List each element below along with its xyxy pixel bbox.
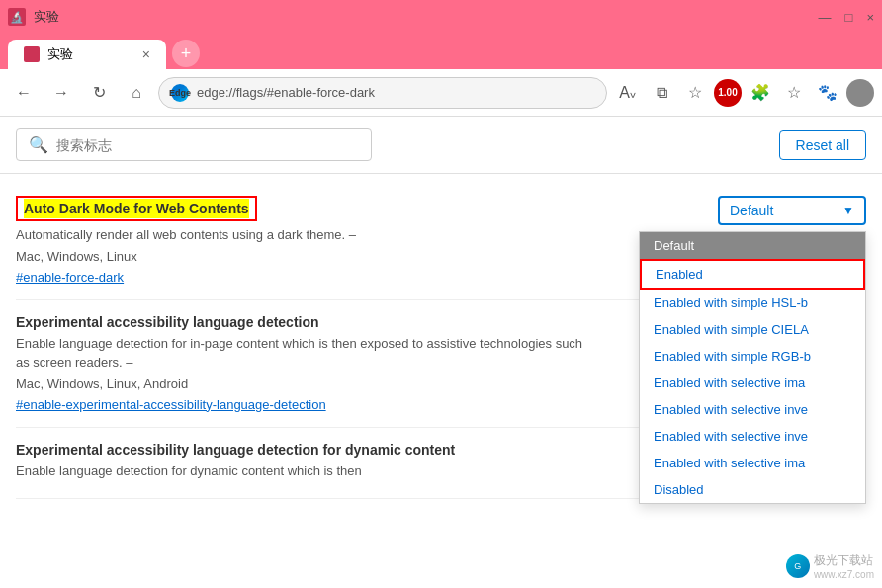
edge-label: Edge	[169, 88, 191, 98]
edge-logo-icon: Edge	[171, 84, 189, 102]
flag-control-auto-dark: Default ▼ Default Enabled Enabled with s…	[668, 196, 866, 225]
search-bar: 🔍 Reset all	[0, 117, 882, 174]
flag-title-dynamic-content: Experimental accessibility language dete…	[16, 442, 589, 458]
dropdown-option-disabled[interactable]: Disabled	[640, 476, 865, 503]
dropdown-option-enabled[interactable]: Enabled	[640, 259, 865, 290]
flag-desc-accessibility-lang: Enable language detection for in-page co…	[16, 334, 589, 373]
dropdown-menu: Default Enabled Enabled with simple HSL-…	[639, 231, 866, 504]
content-area: 🔍 Reset all Auto Dark Mode for Web Conte…	[0, 117, 882, 588]
favorites-button[interactable]: ☆	[680, 78, 710, 108]
dropdown-value: Default	[730, 203, 773, 218]
app-icon: 🔬	[8, 8, 26, 26]
flag-info-accessibility-lang: Experimental accessibility language dete…	[16, 314, 589, 413]
navbar: ← → ↻ ⌂ Edge edge://flags/#enable-force-…	[0, 69, 882, 117]
new-tab-button[interactable]: +	[172, 40, 200, 67]
active-tab[interactable]: 实验 ×	[8, 40, 166, 69]
refresh-button[interactable]: ↻	[83, 77, 115, 109]
reset-all-button[interactable]: Reset all	[779, 130, 866, 160]
dropdown-option-selective4[interactable]: Enabled with selective ima	[640, 450, 865, 476]
nav-right-icons: Aᵥ ⧉ ☆ 1.00 🧩 ☆ 🐾	[613, 78, 874, 108]
back-button[interactable]: ←	[8, 77, 40, 109]
maximize-btn[interactable]: □	[845, 10, 853, 25]
dropdown-option-rgb[interactable]: Enabled with simple RGB-b	[640, 343, 865, 370]
profile-avatar[interactable]	[846, 79, 874, 107]
flag-item-auto-dark: Auto Dark Mode for Web Contents Automati…	[16, 182, 866, 300]
flag-title-accessibility-lang: Experimental accessibility language dete…	[16, 314, 589, 330]
read-aloud-button[interactable]: Aᵥ	[613, 78, 643, 108]
search-input[interactable]	[56, 137, 359, 153]
dropdown-option-selective1[interactable]: Enabled with selective ima	[640, 370, 865, 396]
score-value: 1.00	[718, 87, 737, 98]
tab-label: 实验	[47, 45, 73, 63]
flag-title-border: Auto Dark Mode for Web Contents	[16, 196, 257, 221]
url-text: edge://flags/#enable-force-dark	[197, 85, 375, 100]
titlebar-title: 实验	[34, 8, 811, 26]
flag-link-accessibility-lang[interactable]: #enable-experimental-accessibility-langu…	[16, 397, 326, 412]
flag-desc-auto-dark: Automatically render all web contents us…	[16, 225, 589, 245]
collections-button[interactable]: 🐾	[813, 78, 842, 108]
tab-close-button[interactable]: ×	[142, 46, 150, 62]
tab-bar: 实验 × +	[0, 34, 882, 69]
dropdown-option-ciela[interactable]: Enabled with simple CIELA	[640, 316, 865, 343]
flag-info-dynamic-content: Experimental accessibility language dete…	[16, 442, 589, 485]
dropdown-option-default[interactable]: Default	[640, 232, 865, 259]
titlebar: 🔬 实验 — □ ×	[0, 0, 882, 34]
flag-platforms-accessibility-lang: Mac, Windows, Linux, Android	[16, 377, 589, 391]
flag-info-auto-dark: Auto Dark Mode for Web Contents Automati…	[16, 196, 589, 286]
chevron-down-icon: ▼	[842, 204, 854, 217]
dropdown-button-auto-dark[interactable]: Default ▼	[718, 196, 866, 225]
dropdown-option-selective3[interactable]: Enabled with selective inve	[640, 423, 865, 450]
tab-favicon	[24, 46, 40, 62]
flag-link-auto-dark[interactable]: #enable-force-dark	[16, 270, 124, 285]
flags-list: Auto Dark Mode for Web Contents Automati…	[0, 174, 882, 588]
watermark: G 极光下载站 www.xz7.com	[786, 552, 874, 580]
dropdown-option-selective2[interactable]: Enabled with selective inve	[640, 396, 865, 423]
extensions-button[interactable]: 🧩	[746, 78, 775, 108]
home-button[interactable]: ⌂	[121, 77, 152, 109]
search-input-wrapper[interactable]: 🔍	[16, 128, 372, 161]
flag-title-auto-dark: Auto Dark Mode for Web Contents	[24, 199, 249, 218]
split-screen-button[interactable]: ⧉	[647, 78, 676, 108]
dropdown-option-hsl[interactable]: Enabled with simple HSL-b	[640, 290, 865, 316]
close-btn[interactable]: ×	[866, 10, 874, 25]
window-controls: — □ ×	[819, 10, 874, 25]
address-bar[interactable]: Edge edge://flags/#enable-force-dark	[158, 77, 607, 109]
tracker-score-badge[interactable]: 1.00	[714, 79, 742, 107]
watermark-logo: G	[786, 554, 810, 578]
search-icon: 🔍	[29, 135, 48, 154]
forward-button[interactable]: →	[45, 77, 77, 109]
minimize-btn[interactable]: —	[819, 10, 832, 25]
flag-platforms-auto-dark: Mac, Windows, Linux	[16, 249, 589, 264]
flag-desc-dynamic-content: Enable language detection for dynamic co…	[16, 462, 589, 481]
watermark-text: 极光下载站 www.xz7.com	[814, 552, 874, 580]
favorites-list-button[interactable]: ☆	[779, 78, 809, 108]
